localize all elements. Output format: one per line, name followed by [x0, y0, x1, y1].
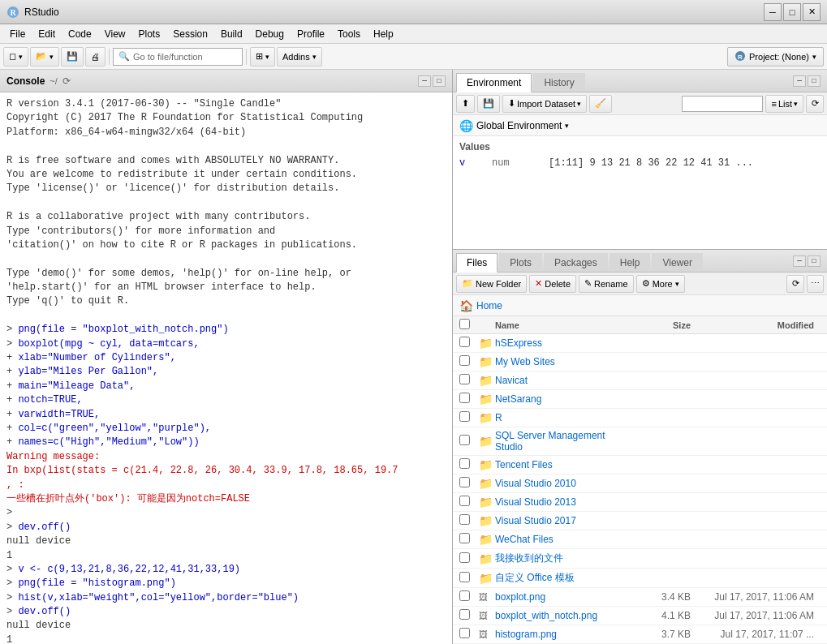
workspace-icon: ⊞ — [256, 51, 263, 62]
menu-session[interactable]: Session — [166, 27, 214, 41]
open-file-button[interactable]: 📂 ▾ — [30, 47, 59, 67]
tab-help[interactable]: Help — [609, 253, 651, 272]
menu-code[interactable]: Code — [62, 27, 98, 41]
list-item: 📁 Tencent Files — [453, 456, 827, 474]
minimize-button[interactable]: ─ — [764, 3, 782, 21]
file-name[interactable]: SQL Server Management Studio — [495, 430, 634, 453]
load-icon: ⬆ — [462, 98, 469, 109]
file-name[interactable]: Visual Studio 2010 — [495, 478, 634, 489]
file-checkbox[interactable] — [459, 337, 470, 347]
clear-env-btn[interactable]: 🧹 — [589, 95, 612, 113]
breadcrumb-bar: 🏠 Home — [453, 295, 827, 316]
addins-button[interactable]: Addins ▾ — [277, 47, 322, 67]
console-minimize-btn[interactable]: ─ — [418, 75, 431, 87]
more-btn[interactable]: ⚙ More ▾ — [636, 275, 685, 293]
console-refresh-icon[interactable]: ⟳ — [62, 75, 71, 87]
file-name[interactable]: histogram.png — [495, 629, 634, 640]
new-folder-btn[interactable]: 📁 New Folder — [456, 275, 527, 293]
load-workspace-btn[interactable]: ⬆ — [456, 95, 475, 113]
save-workspace-btn[interactable]: 💾 — [477, 95, 500, 113]
file-name[interactable]: hSExpress — [495, 337, 634, 349]
tab-plots[interactable]: Plots — [499, 253, 542, 272]
console-cmd-2: > boxplot(mpg ~ cyl, data=mtcars, — [6, 337, 446, 351]
menu-help[interactable]: Help — [367, 27, 400, 41]
tab-environment[interactable]: Environment — [456, 73, 532, 92]
print-button[interactable]: 🖨 — [85, 47, 106, 67]
file-name[interactable]: WeChat Files — [495, 534, 634, 545]
menu-file[interactable]: File — [3, 27, 32, 41]
rename-btn[interactable]: ✎ Rename — [579, 275, 634, 293]
new-file-button[interactable]: ◻ ▾ — [3, 47, 28, 67]
env-maximize-btn[interactable]: □ — [808, 75, 821, 87]
file-checkbox[interactable] — [459, 355, 470, 366]
menu-plots[interactable]: Plots — [132, 27, 167, 41]
file-name[interactable]: 自定义 Office 模板 — [495, 571, 634, 585]
file-checkbox[interactable] — [459, 411, 470, 422]
header-check — [459, 319, 479, 331]
file-checkbox[interactable] — [459, 496, 470, 506]
import-dataset-btn[interactable]: ⬇ Import Dataset ▾ — [502, 95, 587, 113]
menu-edit[interactable]: Edit — [32, 27, 62, 41]
console-tab-label[interactable]: Console — [6, 75, 45, 87]
file-name[interactable]: R — [495, 412, 634, 423]
file-checkbox[interactable] — [459, 477, 470, 487]
var-name-v[interactable]: v — [459, 157, 492, 169]
console-line-4: R is free software and comes with ABSOLU… — [6, 154, 446, 168]
console-line-blank2 — [6, 196, 446, 210]
env-minimize-btn[interactable]: ─ — [793, 75, 806, 87]
file-checkbox[interactable] — [459, 458, 470, 469]
file-name[interactable]: boxplot.png — [495, 591, 634, 603]
close-button[interactable]: ✕ — [803, 3, 821, 21]
file-checkbox[interactable] — [459, 590, 470, 601]
folder-icon: 📁 — [479, 514, 493, 527]
files-refresh-btn[interactable]: ⟳ — [786, 275, 804, 293]
tab-history[interactable]: History — [533, 73, 584, 92]
file-name[interactable]: My Web Sites — [495, 356, 634, 367]
tab-viewer[interactable]: Viewer — [652, 253, 702, 272]
console-maximize-btn[interactable]: □ — [433, 75, 446, 87]
file-name[interactable]: Navicat — [495, 375, 634, 386]
files-maximize-btn[interactable]: □ — [808, 255, 821, 267]
file-name[interactable]: Tencent Files — [495, 459, 634, 470]
list-view-btn[interactable]: ≡ List ▾ — [765, 95, 803, 113]
file-name[interactable]: NetSarang — [495, 393, 634, 405]
env-refresh-btn[interactable]: ⟳ — [806, 95, 824, 113]
menu-view[interactable]: View — [98, 27, 132, 41]
list-item: 📁 Visual Studio 2017 — [453, 512, 827, 530]
file-checkbox[interactable] — [459, 514, 470, 525]
file-checkbox[interactable] — [459, 435, 470, 445]
global-env-label[interactable]: Global Environment — [476, 120, 562, 131]
file-checkbox[interactable] — [459, 374, 470, 384]
env-search-input[interactable] — [682, 96, 763, 112]
file-name[interactable]: 我接收到的文件 — [495, 552, 634, 565]
file-checkbox[interactable] — [459, 628, 470, 638]
save-button[interactable]: 💾 — [61, 47, 84, 67]
menu-debug[interactable]: Debug — [249, 27, 291, 41]
menu-build[interactable]: Build — [214, 27, 249, 41]
file-checkbox[interactable] — [459, 609, 470, 620]
file-checkbox[interactable] — [459, 572, 470, 582]
goto-file-button[interactable]: 🔍 Go to file/function — [113, 48, 243, 66]
console-content: R version 3.4.1 (2017-06-30) -- "Single … — [0, 92, 452, 644]
file-name[interactable]: Visual Studio 2017 — [495, 515, 634, 526]
tab-packages[interactable]: Packages — [544, 253, 608, 272]
file-checkbox[interactable] — [459, 533, 470, 543]
global-env-arrow[interactable]: ▾ — [565, 122, 569, 130]
project-button[interactable]: R Project: (None) ▾ — [727, 47, 824, 67]
tab-files[interactable]: Files — [456, 253, 497, 273]
console-line-8: Type 'contributors()' for more informati… — [6, 225, 446, 238]
select-all-checkbox[interactable] — [459, 319, 470, 329]
menu-tools[interactable]: Tools — [331, 27, 367, 41]
files-options-btn[interactable]: ⋯ — [807, 275, 824, 293]
file-checkbox[interactable] — [459, 552, 470, 563]
workspace-button[interactable]: ⊞ ▾ — [250, 47, 275, 67]
delete-btn[interactable]: ✕ Delete — [529, 275, 576, 293]
file-name[interactable]: Visual Studio 2013 — [495, 496, 634, 508]
file-name[interactable]: boxplot_with_notch.png — [495, 610, 634, 621]
maximize-button[interactable]: □ — [783, 3, 801, 21]
menu-profile[interactable]: Profile — [291, 27, 331, 41]
window-title: RStudio — [24, 6, 764, 18]
file-checkbox[interactable] — [459, 393, 470, 403]
files-minimize-btn[interactable]: ─ — [793, 255, 806, 267]
breadcrumb[interactable]: Home — [476, 300, 502, 311]
